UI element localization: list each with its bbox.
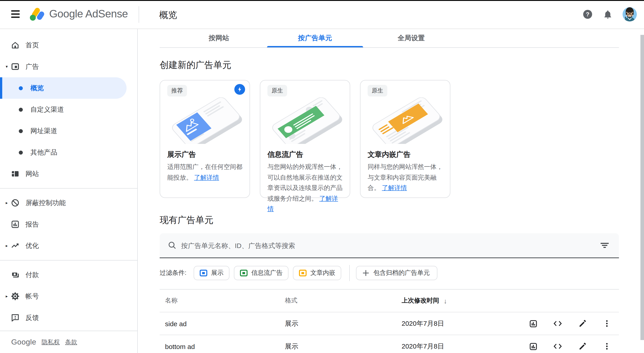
bullet-icon (19, 129, 23, 133)
table-row[interactable]: side ad 展示 2020年7月8日 (160, 312, 619, 335)
column-header-modified[interactable]: 上次修改时间 ↓ (396, 297, 524, 305)
in-feed-ad-illustration (264, 97, 346, 144)
sidebar: 首页 ▾ 广告 概览 自定义渠道 网址渠道 其他产品 (0, 28, 138, 353)
card-title: 展示广告 (167, 150, 242, 160)
ad-unit-format: 展示 (280, 319, 396, 328)
search-icon (168, 241, 177, 250)
display-format-icon (200, 269, 208, 277)
filter-chip-row: 过滤条件: 展示 信息流广告 文章内嵌 包含归档的广告单元 (160, 266, 619, 280)
ad-unit-format: 展示 (280, 342, 396, 351)
app-header: Google AdSense 概览 ? (0, 0, 644, 29)
native-badge: 原生 (268, 85, 287, 96)
card-display-ads[interactable]: 推荐 (160, 80, 250, 198)
bolt-icon (234, 84, 245, 95)
filter-list-icon[interactable] (596, 236, 614, 254)
tab-global-settings[interactable]: 全局设置 (363, 28, 459, 47)
column-header-format[interactable]: 格式 (280, 297, 396, 305)
learn-more-link[interactable]: 了解详情 (194, 174, 219, 181)
main-content: 按网站 按广告单元 全局设置 创建新的广告单元 推荐 (138, 28, 644, 353)
gear-icon (11, 292, 20, 301)
ad-unit-modified: 2020年7月8日 (396, 342, 524, 351)
privacy-link[interactable]: 隐私权 (42, 338, 60, 346)
payments-icon (11, 270, 20, 279)
help-icon[interactable]: ? (582, 9, 593, 20)
learn-more-link[interactable]: 了解详情 (382, 184, 407, 191)
more-vert-icon[interactable] (598, 315, 616, 333)
sidebar-item-overview[interactable]: 概览 (0, 77, 126, 99)
google-wordmark: Google (11, 338, 36, 347)
chip-display[interactable]: 展示 (194, 266, 230, 280)
ad-unit-modified: 2020年7月8日 (396, 319, 524, 328)
sidebar-item-home[interactable]: 首页 (0, 34, 137, 56)
app-title: Google AdSense (49, 7, 128, 20)
chip-in-article[interactable]: 文章内嵌 (293, 266, 341, 280)
reports-icon (11, 220, 20, 229)
sidebar-footer: Google 隐私权 条款 (0, 331, 137, 353)
code-icon[interactable] (549, 337, 567, 353)
ads-icon (11, 62, 20, 71)
block-icon (11, 198, 20, 207)
more-vert-icon[interactable] (598, 337, 616, 353)
plus-icon (362, 269, 370, 277)
sidebar-divider (0, 188, 137, 189)
sidebar-item-custom-channels[interactable]: 自定义渠道 (0, 99, 137, 120)
card-in-article-ads[interactable]: 原生 (360, 80, 450, 198)
notifications-icon[interactable] (602, 9, 613, 20)
search-bar (160, 233, 619, 258)
in-article-ad-illustration (364, 97, 446, 144)
tab-by-ad-unit[interactable]: 按广告单元 (267, 28, 363, 47)
table-header-row: 名称 格式 上次修改时间 ↓ (160, 290, 619, 312)
code-icon[interactable] (549, 315, 567, 333)
sidebar-item-feedback[interactable]: 反馈 (0, 307, 137, 329)
expand-down-icon[interactable]: ▾ (4, 64, 10, 69)
sidebar-item-account[interactable]: ▸ 帐号 (0, 286, 137, 307)
ad-unit-cards: 推荐 (160, 80, 619, 198)
bullet-icon (19, 150, 23, 154)
sidebar-item-url-channels[interactable]: 网址渠道 (0, 120, 137, 142)
create-section-title: 创建新的广告单元 (160, 58, 619, 71)
column-header-name[interactable]: 名称 (160, 297, 280, 305)
expand-right-icon[interactable]: ▸ (4, 201, 10, 205)
adsense-app: Google AdSense 概览 ? (0, 0, 644, 353)
recommended-badge: 推荐 (167, 85, 187, 96)
include-archived-chip[interactable]: 包含归档的广告单元 (356, 266, 438, 280)
page-title: 概览 (159, 9, 177, 21)
edit-icon[interactable] (573, 337, 591, 353)
header-divider (139, 6, 139, 23)
adsense-logo-icon (28, 7, 45, 24)
sidebar-item-payments[interactable]: 付款 (0, 264, 137, 286)
edit-icon[interactable] (573, 315, 591, 333)
card-title: 文章内嵌广告 (368, 150, 443, 160)
expand-right-icon[interactable]: ▸ (4, 244, 10, 248)
feedback-icon (11, 313, 20, 322)
sidebar-item-optimization[interactable]: ▸ 优化 (0, 235, 137, 257)
report-icon[interactable] (524, 337, 542, 353)
sidebar-item-blocking-controls[interactable]: ▸ 屏蔽控制功能 (0, 192, 137, 214)
chip-in-feed[interactable]: 信息流广告 (234, 266, 288, 280)
card-title: 信息流广告 (268, 150, 342, 160)
sidebar-item-ads[interactable]: ▾ 广告 (0, 56, 137, 77)
card-in-feed-ads[interactable]: 原生 (260, 80, 350, 198)
vertical-scrollbar[interactable] (640, 35, 644, 340)
report-icon[interactable] (524, 315, 542, 333)
native-badge: 原生 (368, 85, 387, 96)
avatar[interactable] (622, 7, 637, 21)
expand-right-icon[interactable]: ▸ (4, 294, 10, 299)
sidebar-item-reports[interactable]: 报告 (0, 214, 137, 235)
sidebar-divider (0, 260, 137, 261)
table-row[interactable]: bottom ad 展示 2020年7月8日 (160, 335, 619, 353)
tab-by-site[interactable]: 按网站 (171, 28, 267, 47)
trending-up-icon (11, 241, 20, 250)
sidebar-item-sites[interactable]: 网站 (0, 163, 137, 185)
ad-unit-name: bottom ad (160, 343, 280, 350)
search-input[interactable] (180, 241, 596, 250)
chip-divider (349, 265, 350, 281)
terms-link[interactable]: 条款 (65, 338, 77, 346)
sidebar-item-other-products[interactable]: 其他产品 (0, 142, 137, 163)
sort-descending-icon[interactable]: ↓ (444, 297, 447, 305)
in-feed-format-icon (240, 269, 248, 277)
menu-icon[interactable] (11, 10, 20, 18)
svg-text:?: ? (586, 11, 590, 18)
window-top-strip (0, 0, 644, 1)
bullet-icon (19, 107, 23, 111)
